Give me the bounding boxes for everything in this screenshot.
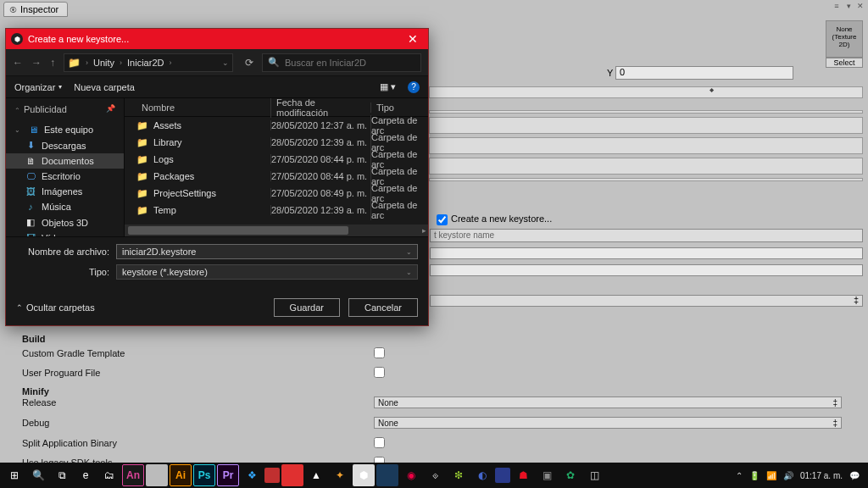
folder-icon: 🖼 [25, 186, 36, 197]
debug-label: Debug [22, 418, 374, 428]
taskbar-clock[interactable]: 01:17 a. m. [800, 471, 843, 480]
opera-icon[interactable] [281, 464, 303, 486]
start-button[interactable]: ⊞ [3, 464, 25, 486]
sidebar-item[interactable]: 🖼Imágenes [6, 184, 124, 199]
search-input[interactable]: 🔍 Buscar en Iniciar2D [262, 53, 421, 72]
breadcrumb[interactable]: 📁 › Unity › Iniciar2D › ⌄ [64, 53, 233, 72]
vlc-icon[interactable]: ▲ [305, 464, 327, 486]
texture-slot[interactable]: None (Texture 2D) [826, 20, 863, 58]
keystore-password[interactable] [430, 247, 863, 259]
taskview-icon[interactable]: ⧉ [51, 464, 73, 486]
dialog-title: Create a new keystore... [28, 34, 403, 44]
tray-wifi-icon[interactable]: 📶 [766, 471, 776, 480]
debug-select[interactable]: None‡ [374, 417, 842, 429]
sidebar-group[interactable]: ⌃Publicidad📌 [6, 102, 124, 117]
filetype-label: Tipo: [16, 267, 109, 277]
animate-icon[interactable]: An [122, 464, 144, 486]
dialog-titlebar[interactable]: ⬢ Create a new keystore... ✕ [6, 29, 428, 49]
tray-battery-icon[interactable]: 🔋 [749, 471, 760, 480]
split-label: Split Application Binary [22, 438, 374, 448]
unity-icon[interactable]: ⬢ [353, 464, 375, 486]
chevron-down-icon[interactable]: ⌄ [222, 58, 229, 67]
sidebar-item[interactable]: 🖵Escritorio [6, 169, 124, 184]
file-row[interactable]: 📁Library28/05/2020 12:39 a. m.Carpeta de… [125, 134, 428, 151]
organize-menu[interactable]: Organizar▾ [14, 82, 62, 92]
hide-folders-toggle[interactable]: ⌃Ocultar carpetas [16, 302, 95, 313]
folder-icon: 📁 [136, 154, 148, 165]
save-button[interactable]: Guardar [274, 298, 340, 317]
app-icon[interactable]: ◉ [400, 464, 422, 486]
app-icon[interactable]: ✿ [559, 464, 581, 486]
sidebar-item[interactable]: ♪Música [6, 199, 124, 214]
proguard-checkbox[interactable] [374, 367, 385, 378]
sidebar-item[interactable]: ◧Objetos 3D [6, 214, 124, 230]
nav-back-icon[interactable]: ← [13, 57, 23, 69]
close-icon[interactable]: ✕ [403, 32, 423, 46]
slider-track[interactable] [429, 86, 863, 98]
file-row[interactable]: 📁Packages27/05/2020 08:44 p. m.Carpeta d… [125, 168, 428, 185]
vscode-icon[interactable]: ⟐ [424, 464, 446, 486]
slider-thumb-icon[interactable]: ⬥ [709, 83, 715, 95]
app-icon[interactable]: ❇ [448, 464, 470, 486]
sidebar-item[interactable]: ⬇Descargas [6, 137, 124, 153]
column-name[interactable]: Nombre [136, 103, 270, 113]
cancel-button[interactable]: Cancelar [348, 298, 418, 317]
photoshop-icon[interactable]: Ps [193, 464, 215, 486]
tray-volume-icon[interactable]: 🔊 [783, 471, 793, 480]
inspector-tab[interactable]: Inspector [3, 2, 68, 17]
new-folder-button[interactable]: Nueva carpeta [74, 82, 135, 92]
app-icon[interactable]: ❖ [241, 464, 263, 486]
explorer-icon[interactable]: 🗂 [98, 464, 120, 486]
keystore-password-confirm[interactable] [430, 264, 863, 276]
release-select[interactable]: None‡ [374, 396, 842, 408]
app-icon[interactable]: ◫ [583, 464, 605, 486]
search-icon[interactable]: 🔍 [27, 464, 49, 486]
folder-icon: ⬇ [25, 140, 36, 151]
illustrator-icon[interactable]: Ai [170, 464, 192, 486]
browse-keystore-field[interactable]: t keystore name [430, 229, 863, 242]
app-icon[interactable]: ▣ [536, 464, 558, 486]
section-divider [429, 110, 863, 114]
filename-label: Nombre de archivo: [16, 247, 109, 257]
y-input[interactable]: 0 [615, 66, 793, 80]
split-checkbox[interactable] [374, 437, 385, 448]
file-row[interactable]: 📁Logs27/05/2020 08:44 p. m.Carpeta de ar… [125, 151, 428, 168]
sidebar-item[interactable]: 🗎Documentos [6, 153, 124, 169]
app-icon[interactable]: ✦ [329, 464, 351, 486]
minify-header: Minify [22, 386, 863, 396]
premiere-icon[interactable]: Pr [217, 464, 239, 486]
app-icon[interactable] [146, 464, 168, 486]
horizontal-scrollbar[interactable]: ▸ [125, 225, 428, 236]
folder-icon: 📁 [136, 188, 148, 199]
file-row[interactable]: 📁Temp28/05/2020 12:39 a. m.Carpeta de ar… [125, 202, 428, 219]
sidebar-item[interactable]: ⌄🖥Este equipo [6, 122, 124, 137]
alias-dropdown[interactable]: ‡ [430, 295, 863, 307]
app-icon[interactable] [495, 468, 510, 483]
column-date[interactable]: Fecha de modificación [270, 98, 370, 118]
help-icon[interactable]: ? [408, 81, 420, 93]
section-divider [429, 178, 863, 181]
file-row[interactable]: 📁ProjectSettings27/05/2020 08:49 p. m.Ca… [125, 185, 428, 202]
tray-chevron-icon[interactable]: ⌃ [736, 471, 743, 480]
gradle-checkbox[interactable] [374, 347, 385, 358]
notifications-icon[interactable]: 💬 [849, 471, 860, 480]
edge-icon[interactable]: e [75, 464, 97, 486]
folder-icon: 🖵 [25, 171, 36, 181]
save-dialog: ⬢ Create a new keystore... ✕ ← → ↑ 📁 › U… [5, 28, 429, 326]
app-icon[interactable] [264, 468, 280, 483]
file-row[interactable]: 📁Assets28/05/2020 12:37 a. m.Carpeta de … [125, 117, 428, 134]
sidebar-item[interactable]: 🎞Vídeos [6, 230, 124, 236]
nav-forward-icon[interactable]: → [31, 57, 42, 69]
refresh-icon[interactable]: ⟳ [245, 57, 253, 69]
texture-select-button[interactable]: Select [826, 58, 863, 68]
filename-input[interactable]: iniciar2D.keystore⌄ [116, 244, 418, 259]
folder-icon: 📁 [136, 120, 148, 131]
view-options-icon[interactable]: ▦ ▾ [380, 81, 396, 92]
column-type[interactable]: Tipo [370, 103, 428, 113]
steam-icon[interactable] [376, 464, 398, 486]
app-icon[interactable]: ☗ [512, 464, 534, 486]
nav-up-icon[interactable]: ↑ [50, 57, 55, 69]
create-keystore-checkbox[interactable]: Create a new keystore... [437, 214, 552, 225]
filetype-select[interactable]: keystore (*.keystore)⌄ [116, 264, 418, 280]
app-icon[interactable]: ◐ [471, 464, 493, 486]
